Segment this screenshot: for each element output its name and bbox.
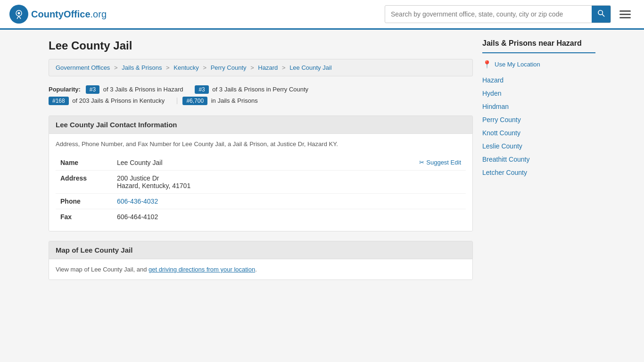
field-label-phone: Phone <box>56 194 112 209</box>
svg-line-3 <box>602 14 604 16</box>
suggest-edit-label: Suggest Edit <box>426 159 461 166</box>
field-value-fax: 606-464-4102 <box>112 209 466 225</box>
location-icon: 📍 <box>482 60 492 69</box>
pop-badge-4: #6,700 <box>182 97 207 105</box>
sidebar-link-perry-county[interactable]: Perry County <box>482 115 595 124</box>
breadcrumb-link-perry-county[interactable]: Perry County <box>211 64 247 71</box>
breadcrumb-sep-2: > <box>166 64 170 71</box>
table-row-address: Address 200 Justice Dr Hazard, Kentucky,… <box>56 171 466 194</box>
breadcrumb-link-lee-county-jail[interactable]: Lee County Jail <box>289 64 332 71</box>
breadcrumb-sep-3: > <box>203 64 206 71</box>
breadcrumb: Government Offices > Jails & Prisons > K… <box>49 59 473 76</box>
pop-desc-3: of 203 Jails & Prisons in Kentucky <box>72 97 165 104</box>
logo: CountyOffice.org <box>9 5 107 24</box>
popularity-label: Popularity: <box>49 86 81 93</box>
page-title: Lee County Jail <box>49 39 473 52</box>
field-label-fax: Fax <box>56 209 112 225</box>
use-my-location-link[interactable]: Use My Location <box>495 61 540 68</box>
breadcrumb-link-hazard[interactable]: Hazard <box>258 64 278 71</box>
field-value-phone: 606-436-4032 <box>112 194 466 209</box>
map-section-body: View map of Lee County Jail, and get dri… <box>49 259 472 280</box>
main-wrapper: Lee County Jail Government Offices > Jai… <box>39 39 605 289</box>
contact-info-table: Name Lee County Jail ✂ Suggest Edit Addr… <box>56 155 466 224</box>
pop-desc-1: of 3 Jails & Prisons in Hazard <box>103 86 183 93</box>
menu-button[interactable] <box>616 8 635 20</box>
menu-bar-3 <box>619 17 631 18</box>
site-header: CountyOffice.org <box>0 0 644 30</box>
header-right <box>385 5 635 23</box>
sidebar-link-letcher-county[interactable]: Letcher County <box>482 168 595 177</box>
map-section: Map of Lee County Jail View map of Lee C… <box>49 241 473 280</box>
breadcrumb-sep-1: > <box>114 64 118 71</box>
sidebar-link-hazard[interactable]: Hazard <box>482 75 595 85</box>
search-button[interactable] <box>592 6 611 23</box>
pop-divider <box>177 98 177 104</box>
map-section-header: Map of Lee County Jail <box>49 241 472 259</box>
search-container <box>385 5 611 23</box>
menu-bar-2 <box>619 14 631 15</box>
sidebar: Jails & Prisons near Hazard 📍 Use My Loc… <box>482 39 595 289</box>
pop-badge-2: #3 <box>195 85 208 94</box>
map-desc-prefix: View map of Lee County Jail, and <box>56 266 149 273</box>
pop-item-4: #6,700 in Jails & Prisons <box>182 95 257 107</box>
sidebar-links: Hazard Hyden Hindman Perry County Knott … <box>482 75 595 177</box>
table-row-fax: Fax 606-464-4102 <box>56 209 466 225</box>
logo-icon <box>9 5 28 24</box>
map-section-desc: View map of Lee County Jail, and get dri… <box>56 266 466 273</box>
pop-badge-3: #168 <box>49 97 69 105</box>
driving-directions-link[interactable]: get driving directions from your locatio… <box>149 266 255 273</box>
sidebar-title: Jails & Prisons near Hazard <box>482 39 595 53</box>
map-desc-suffix: . <box>255 266 257 273</box>
breadcrumb-link-govt-offices[interactable]: Government Offices <box>56 64 110 71</box>
sidebar-link-knott-county[interactable]: Knott County <box>482 128 595 138</box>
breadcrumb-sep-4: > <box>250 64 254 71</box>
pop-item-1: #3 of 3 Jails & Prisons in Hazard <box>86 84 183 95</box>
table-row-phone: Phone 606-436-4032 <box>56 194 466 209</box>
suggest-edit-icon: ✂ <box>419 159 424 166</box>
sidebar-link-hyden[interactable]: Hyden <box>482 89 595 98</box>
popularity-section: Popularity: #3 of 3 Jails & Prisons in H… <box>49 84 473 106</box>
pop-item-3: #168 of 203 Jails & Prisons in Kentucky <box>49 95 165 107</box>
pop-desc-4: in Jails & Prisons <box>211 97 258 104</box>
field-value-address: 200 Justice Dr Hazard, Kentucky, 41701 <box>112 171 466 194</box>
suggest-edit-button[interactable]: ✂ Suggest Edit <box>419 159 461 166</box>
pop-badge-1: #3 <box>86 85 99 94</box>
pop-item-2: #3 of 3 Jails & Prisons in Perry County <box>195 84 308 95</box>
content-area: Lee County Jail Government Offices > Jai… <box>49 39 473 289</box>
sidebar-link-hindman[interactable]: Hindman <box>482 102 595 111</box>
contact-section-body: Address, Phone Number, and Fax Number fo… <box>49 134 472 231</box>
sidebar-location: 📍 Use My Location <box>482 60 595 69</box>
svg-point-1 <box>18 12 20 15</box>
contact-section-desc: Address, Phone Number, and Fax Number fo… <box>56 140 466 148</box>
breadcrumb-link-kentucky[interactable]: Kentucky <box>173 64 198 71</box>
breadcrumb-sep-5: > <box>282 64 286 71</box>
field-value-name: Lee County Jail ✂ Suggest Edit <box>112 155 466 171</box>
pop-desc-2: of 3 Jails & Prisons in Perry County <box>212 86 308 93</box>
phone-link[interactable]: 606-436-4032 <box>117 197 158 205</box>
sidebar-link-breathitt-county[interactable]: Breathitt County <box>482 155 595 164</box>
table-row-name: Name Lee County Jail ✂ Suggest Edit <box>56 155 466 171</box>
search-input[interactable] <box>385 7 592 22</box>
contact-section: Lee County Jail Contact Information Addr… <box>49 115 473 231</box>
logo-text: CountyOffice.org <box>31 9 107 20</box>
sidebar-link-leslie-county[interactable]: Leslie County <box>482 141 595 151</box>
menu-bar-1 <box>619 10 631 12</box>
contact-section-header: Lee County Jail Contact Information <box>49 116 472 134</box>
field-label-address: Address <box>56 171 112 194</box>
breadcrumb-link-jails[interactable]: Jails & Prisons <box>122 64 162 71</box>
field-label-name: Name <box>56 155 112 171</box>
